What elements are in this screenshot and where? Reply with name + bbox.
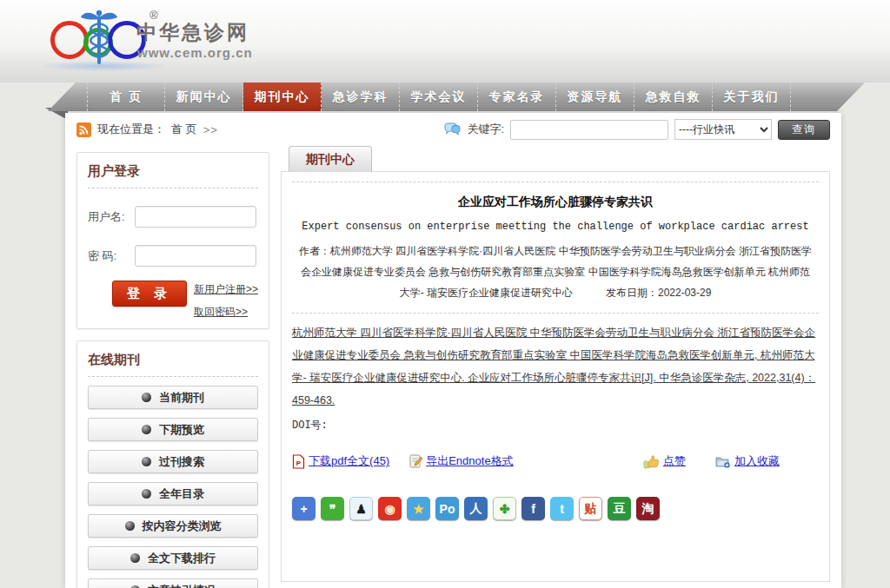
qzone-icon[interactable]: ★ (407, 497, 430, 520)
journal-menu-button[interactable]: 全年目录 (88, 482, 258, 505)
journal-menu-button[interactable]: 按内容分类浏览 (88, 514, 258, 538)
social-actions: 点赞 加入收藏 (643, 453, 780, 469)
nav-item[interactable]: 期刊中心 (243, 83, 322, 111)
share-icon-glyph: ◉ (384, 502, 395, 516)
username-field[interactable] (135, 206, 256, 228)
pdf-icon: P (292, 454, 305, 469)
renren-icon[interactable]: 人 (464, 497, 488, 520)
journal-menu-button[interactable]: 当前期刊 (88, 386, 258, 409)
login-button[interactable]: 登 录 (112, 281, 187, 307)
download-pdf-action[interactable]: P 下载pdf全文(45) (292, 453, 389, 469)
share-icon-glyph: ❞ (329, 502, 336, 516)
journal-menu-button[interactable]: 全文下载排行 (88, 546, 258, 570)
download-actions: P 下载pdf全文(45) 导出Endnote格式 (292, 453, 514, 469)
nav-item[interactable]: 新闻中心 (165, 83, 243, 111)
share-icon-glyph: 贴 (585, 501, 597, 517)
share-icon-glyph: Po (440, 502, 455, 516)
article-citation[interactable]: 杭州师范大学 四川省医学科学院·四川省人民医院 中华预防医学会劳动卫生与职业病分… (292, 321, 819, 412)
nav-item[interactable]: 资源导航 (556, 83, 634, 111)
login-links: 新用户注册>> 取回密码>> (194, 281, 258, 320)
main-navigation: 首 页 新闻中心 期刊中心 急诊学科 学术会议 专家名录 资源导航 急救自救 关… (48, 83, 865, 111)
svg-text:P: P (296, 459, 302, 466)
sina-weibo-icon[interactable]: ◉ (378, 497, 402, 520)
site-header: ® 中华急诊网 www.cem.org.cn (0, 0, 890, 83)
journal-menu-label: 全年目录 (159, 486, 204, 502)
nav-item[interactable]: 关于我们 (713, 83, 791, 111)
share-icon-glyph: f (531, 502, 535, 516)
main-content: 期刊中心 企业应对工作场所心脏骤停专家共识 Expert consensus o… (281, 146, 830, 580)
article-title-en: Expert consensus on enterprise meetting … (292, 221, 819, 233)
authors-text: 杭州师范大学 四川省医学科学院·四川省人民医院 中华预防医学会劳动卫生与职业病分… (301, 245, 812, 299)
taojianghu-icon[interactable]: 淘 (636, 497, 660, 520)
breadcrumb-label: 现在位置是： (97, 122, 165, 137)
bullet-icon (142, 425, 151, 434)
journal-menu-label: 下期预览 (159, 422, 204, 438)
journal-menu-button[interactable]: 下期预览 (88, 418, 258, 441)
share-icon-glyph: ♟ (355, 502, 367, 516)
publish-date-label: 发布日期： (606, 287, 658, 299)
qq-icon[interactable]: ♟ (349, 497, 373, 520)
share-icon-glyph: + (300, 502, 307, 516)
topbar: 现在位置是： 首 页 >> 关键字: ----行业快讯 查询 (76, 113, 830, 146)
share-icon-row: + ❞ ♟ ◉ (292, 497, 819, 520)
like-action[interactable]: 点赞 (643, 453, 686, 469)
facebook-icon[interactable]: f (521, 497, 545, 520)
username-row: 用户名: (88, 206, 258, 228)
bullet-icon (142, 457, 151, 466)
bshare-plus-icon[interactable]: + (292, 497, 315, 520)
journal-menu-label: 过刊搜索 (159, 454, 204, 470)
bullet-icon (125, 521, 135, 531)
bullet-icon (130, 553, 140, 563)
favorite-action[interactable]: 加入收藏 (715, 453, 780, 469)
recover-password-link[interactable]: 取回密码>> (194, 305, 248, 320)
thumbs-up-icon (643, 454, 660, 469)
search-bar: 关键字: ----行业快讯 查询 (444, 119, 830, 140)
keyword-label: 关键字: (467, 122, 504, 137)
favorite-link[interactable]: 加入收藏 (734, 453, 780, 469)
tab-journal-center[interactable]: 期刊中心 (289, 146, 372, 172)
breadcrumb: 现在位置是： 首 页 >> (76, 122, 218, 137)
share-icon-glyph: 豆 (614, 501, 626, 517)
nav-item[interactable]: 急救自救 (634, 83, 713, 111)
like-link[interactable]: 点赞 (663, 453, 686, 469)
tencent-weibo-icon[interactable]: Po (435, 497, 459, 520)
breadcrumb-home-link[interactable]: 首 页 (171, 122, 197, 137)
rss-icon (76, 122, 91, 137)
add-favorite-icon (715, 455, 731, 468)
journal-menu-button[interactable]: 文章被引情况 (88, 578, 258, 588)
download-pdf-link[interactable]: 下载pdf全文(45) (309, 453, 389, 469)
caduceus-icon (79, 9, 119, 66)
journal-menu: 当前期刊 下期预览 过刊搜索 (88, 386, 258, 588)
password-row: 密 码: (88, 245, 258, 267)
endnote-export-icon (408, 454, 422, 468)
douban-icon[interactable]: 豆 (608, 497, 631, 520)
kaixin-icon[interactable]: ✤ (493, 497, 516, 520)
article-panel: 企业应对工作场所心脏骤停专家共识 Expert consensus on ent… (281, 171, 830, 582)
register-link[interactable]: 新用户注册>> (194, 282, 258, 297)
export-endnote-link[interactable]: 导出Endnote格式 (426, 453, 513, 469)
journal-menu-button[interactable]: 过刊搜索 (88, 450, 258, 473)
bullet-icon (142, 489, 151, 499)
nav-item[interactable]: 学术会议 (400, 83, 478, 111)
export-endnote-action[interactable]: 导出Endnote格式 (408, 453, 513, 469)
share-icon-glyph: t (560, 502, 564, 516)
article-authors: 作者：杭州师范大学 四川省医学科学院·四川省人民医院 中华预防医学会劳动卫生与职… (292, 241, 819, 303)
share-icon-glyph: 淘 (642, 501, 654, 517)
sidebar: 用户登录 用户名: 密 码: 登 录 新用户注册>> 取回密码>> (76, 152, 269, 580)
wechat-icon[interactable]: ❞ (321, 497, 344, 520)
login-panel-title: 用户登录 (88, 162, 258, 188)
twitter-icon[interactable]: t (550, 497, 574, 520)
baidu-tieba-icon[interactable]: 贴 (579, 497, 602, 520)
nav-item[interactable]: 专家名录 (478, 83, 556, 111)
search-input[interactable] (510, 120, 668, 140)
nav-item[interactable]: 急诊学科 (322, 83, 400, 111)
password-field[interactable] (135, 245, 256, 267)
article-title: 企业应对工作场所心脏骤停专家共识 (292, 195, 819, 210)
doi-label: DOI号: (292, 418, 819, 433)
search-category-select[interactable]: ----行业快讯 (674, 119, 772, 140)
article-actions: P 下载pdf全文(45) 导出Endnote格式 (292, 453, 819, 469)
login-panel: 用户登录 用户名: 密 码: 登 录 新用户注册>> 取回密码>> (76, 152, 269, 329)
divider-top (292, 182, 819, 182)
nav-item[interactable]: 首 页 (87, 83, 165, 111)
search-submit-button[interactable]: 查询 (778, 120, 830, 140)
